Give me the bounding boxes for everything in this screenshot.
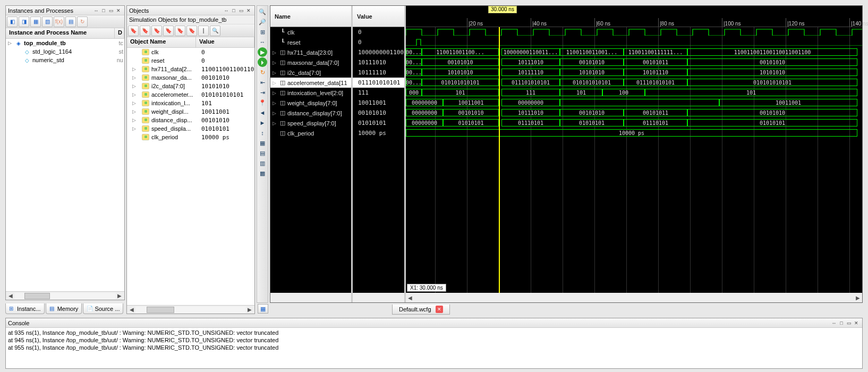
obj-tbtn-1[interactable]: 🔖 (128, 26, 139, 36)
bus-segment[interactable]: 00101011 (624, 109, 687, 116)
add-marker-icon[interactable]: 📍 (258, 98, 267, 107)
bus-segment[interactable]: 00101010 (560, 109, 624, 116)
instances-tree[interactable]: ▷ ◈ top_module_tb tc ◇ std_logic_1164 st… (6, 39, 124, 291)
swap-icon[interactable]: ↕ (258, 128, 267, 138)
minimize-icon[interactable]: □ (100, 7, 107, 14)
wave-layout-icon[interactable]: ▦ (258, 304, 268, 314)
expand-icon[interactable]: ▷ (273, 50, 278, 55)
tree-node[interactable]: ◇ std_logic_1164 st (6, 47, 124, 56)
expand-icon[interactable]: ▷ (273, 111, 278, 116)
bus-segment[interactable]: 10011001 (719, 99, 857, 106)
expand-icon[interactable]: ▷ (273, 100, 278, 106)
object-row[interactable]: clk_period 10000 ps (127, 133, 254, 141)
bus-segment[interactable]: 111 (501, 89, 560, 96)
wave-lane[interactable]: 0000000000101010101110100010101000101011… (406, 108, 862, 118)
bus-segment[interactable]: 01110101 (501, 119, 560, 126)
object-row[interactable]: ▷ hx711_data[2... 110011001100110 (127, 65, 254, 73)
expand-icon[interactable]: ▷ (127, 75, 141, 80)
bus-segment[interactable]: 101 (422, 89, 499, 96)
bus-segment[interactable]: 00101010 (443, 109, 499, 116)
bus-segment[interactable]: 00000000 (501, 99, 560, 106)
wave-signal-name[interactable]: ┖ clk (270, 27, 351, 37)
tree-node[interactable]: ▷ ◈ top_module_tb tc (6, 39, 124, 47)
wave-lane[interactable]: 10000 ps (406, 128, 862, 138)
obj-tbtn-2[interactable]: 🔖 (140, 26, 150, 36)
wave-signal-name[interactable]: ▷ ◫ distance_display[7:0] (270, 108, 351, 118)
console-body[interactable]: at 935 ns(1), Instance /top_module_tb/uu… (6, 328, 862, 368)
close-icon[interactable]: ✕ (245, 7, 252, 14)
expand-icon[interactable]: ▷ (273, 60, 278, 65)
objects-table[interactable]: clk 0 reset 0▷ hx711_data[2... 110011001… (127, 48, 254, 305)
obj-tbtn-5[interactable]: 🔖 (175, 26, 185, 36)
wave-tab-default[interactable]: Default.wcfg ✕ (392, 305, 450, 315)
expand-icon[interactable]: ▷ (127, 100, 141, 106)
object-row[interactable]: clk 0 (127, 48, 254, 56)
maximize-icon[interactable]: ▭ (237, 7, 245, 14)
bus-segment[interactable]: 00000000 (406, 119, 443, 126)
object-row[interactable]: reset 0 (127, 56, 254, 65)
wave-lane[interactable] (406, 27, 862, 37)
panel-tab[interactable]: ▤Memory (46, 303, 82, 314)
bus-segment[interactable]: 10000000110011... (501, 48, 560, 56)
bus-segment[interactable]: 01010101 (687, 119, 857, 126)
wave-signal-name[interactable]: ▷ ◫ hx711_data[23:0] (270, 47, 351, 57)
grid-2-icon[interactable]: ▤ (258, 148, 267, 158)
bus-segment[interactable]: 01110101 (624, 119, 687, 126)
toolbar-btn-refresh[interactable]: ↻ (77, 16, 88, 27)
next-edge-icon[interactable]: ⇥ (258, 88, 267, 97)
bus-segment[interactable]: 110011001100... (422, 48, 499, 56)
bus-segment[interactable]: 00... (406, 79, 422, 86)
close-icon[interactable]: ✕ (436, 306, 443, 313)
bus-segment[interactable]: 110011001100110011001100 (687, 48, 857, 56)
wave-values-hscroll[interactable] (353, 293, 404, 302)
wave-lane[interactable]: 000101111101100101 (406, 88, 862, 98)
bus-segment[interactable]: 011101010101 (624, 79, 687, 86)
close-icon[interactable]: ✕ (115, 7, 122, 14)
bus-segment[interactable]: 00... (406, 48, 422, 56)
bus-segment[interactable]: 10101010 (560, 69, 624, 76)
wave-lane[interactable]: 00...00101010101110100010101000101011001… (406, 57, 862, 67)
obj-tbtn-3[interactable]: 🔖 (151, 26, 162, 36)
object-row[interactable]: ▷ weight_displ... 10011001 (127, 107, 254, 116)
zoom-in-icon[interactable]: 🔍 (258, 7, 267, 16)
bus-segment[interactable]: 00000000 (406, 99, 443, 106)
scroll-right-icon[interactable]: ▶ (246, 307, 253, 312)
grid-3-icon[interactable]: ▥ (258, 158, 267, 168)
wave-time-ruler[interactable]: 30.000 ns|20 ns|40 ns|60 ns|80 ns|100 ns… (406, 6, 862, 27)
zoom-cursor-icon[interactable]: ↔ (258, 37, 267, 47)
object-row[interactable]: ▷ maxsonar_da... 00101010 (127, 73, 254, 82)
bus-segment[interactable]: 10101010 (687, 69, 857, 76)
scroll-right-icon[interactable]: ▶ (116, 293, 123, 299)
bus-segment[interactable]: 00101010 (422, 58, 499, 66)
undock-icon[interactable]: ↔ (92, 7, 100, 14)
obj-tbtn-find[interactable]: 🔍 (210, 26, 220, 36)
scroll-left-icon[interactable]: ◀ (7, 293, 14, 299)
wave-signal-name[interactable]: ▷ ◫ intoxication_level[2:0] (270, 88, 351, 98)
expand-icon[interactable]: ▷ (127, 126, 141, 131)
wave-signal-name[interactable]: ▷ ◫ accelerometer_data[11 (270, 78, 351, 88)
toolbar-btn-1[interactable]: ◧ (7, 16, 18, 27)
object-row[interactable]: ▷ intoxication_l... 101 (127, 99, 254, 107)
obj-tbtn-4[interactable]: 🔖 (163, 26, 174, 36)
wave-lane[interactable]: 0000000001010101011101010101010101110101… (406, 118, 862, 128)
expand-icon[interactable]: ▷ (273, 80, 278, 86)
expand-icon[interactable]: ▷ (127, 117, 141, 123)
object-row[interactable]: ▷ i2c_data[7:0] 10101010 (127, 82, 254, 90)
toolbar-btn-6[interactable]: ▤ (65, 16, 76, 27)
panel-tab[interactable]: ⊞Instanc... (5, 303, 45, 314)
run-step-icon[interactable]: ⏵ (258, 57, 267, 67)
grid-4-icon[interactable]: ▩ (258, 168, 267, 178)
wave-signal-name[interactable]: ◫ clk_period (270, 128, 351, 138)
instances-hscroll[interactable]: ◀ ▶ (6, 291, 124, 300)
object-row[interactable]: ▷ accelerometer... 010101010101 (127, 90, 254, 99)
cursor-marker-label[interactable]: X1: 30.000 ns (407, 284, 446, 292)
zoom-out-icon[interactable]: 🔎 (258, 17, 267, 27)
bus-segment[interactable]: 11001100111111... (624, 48, 687, 56)
bus-segment[interactable]: 011101010101 (501, 79, 560, 86)
bus-segment[interactable]: 00000000 (406, 109, 443, 116)
prev-marker-icon[interactable]: ◄ (258, 108, 267, 117)
bus-segment[interactable] (560, 99, 719, 106)
expand-icon[interactable]: ▷ (127, 66, 141, 72)
bus-segment[interactable]: 10101110 (624, 69, 687, 76)
object-row[interactable]: ▷ distance_disp... 00101010 (127, 116, 254, 124)
